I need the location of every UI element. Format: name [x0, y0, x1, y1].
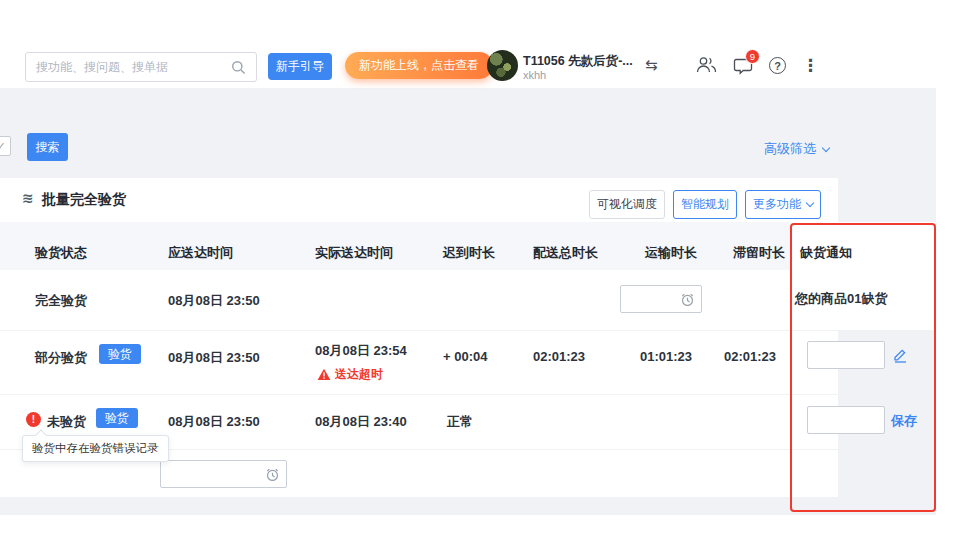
row2-stock-notice-input[interactable]: [807, 341, 885, 369]
app-window: 搜功能、搜问题、搜单据 新手引导 新功能上线，点击查看 T11056 先款后货-…: [0, 0, 955, 555]
row3-late: 正常: [447, 413, 473, 431]
more-functions-button[interactable]: 更多功能: [745, 190, 821, 219]
column-header-transport: 运输时长: [645, 244, 697, 262]
chevron-down-icon: [806, 199, 814, 207]
search-icon[interactable]: [231, 60, 246, 75]
page-title: 批量完全验货: [42, 191, 126, 209]
row-divider: [0, 394, 838, 395]
row2-overtime-flag: 送达超时: [317, 366, 383, 383]
row1-status: 完全验货: [35, 292, 87, 310]
row3-expected: 08月08日 23:50: [168, 413, 260, 431]
row3-actual: 08月08日 23:40: [315, 413, 407, 431]
column-header-status: 验货状态: [35, 244, 87, 262]
row1-transport-time-input[interactable]: [620, 285, 702, 313]
newbie-guide-button[interactable]: 新手引导: [268, 53, 332, 80]
column-header-stock: 缺货通知: [800, 244, 852, 262]
account-subname: xkhh: [523, 69, 546, 81]
inspection-error-tooltip: 验货中存在验货错误记录: [22, 435, 169, 462]
column-header-actual: 实际送达时间: [315, 244, 393, 262]
warning-triangle-icon: [317, 368, 331, 381]
column-header-stay: 滞留时长: [733, 244, 785, 262]
row2-inspect-button[interactable]: 验货: [99, 344, 141, 364]
save-link[interactable]: 保存: [891, 412, 917, 430]
kebab-menu-icon[interactable]: ⋮: [802, 55, 819, 76]
search-button[interactable]: 搜索: [27, 133, 68, 161]
row1-stock-note: 您的商品01缺货: [795, 290, 887, 308]
help-icon[interactable]: ?: [769, 57, 786, 74]
row2-total: 02:01:23: [533, 349, 585, 364]
advanced-filter-toggle[interactable]: 高级筛选: [764, 140, 829, 158]
row2-overtime-label: 送达超时: [335, 366, 383, 383]
column-header-late: 迟到时长: [443, 244, 495, 262]
row2-late: + 00:04: [443, 349, 487, 364]
row2-expected: 08月08日 23:50: [168, 349, 260, 367]
row3-status: 未验货: [47, 413, 86, 431]
row4-expected-time-input[interactable]: [160, 460, 287, 488]
more-functions-label: 更多功能: [753, 196, 801, 213]
advanced-filter-label: 高级筛选: [764, 140, 816, 158]
row2-transport: 01:01:23: [640, 349, 692, 364]
contacts-icon[interactable]: [696, 56, 717, 74]
new-feature-banner-button[interactable]: 新功能上线，点击查看: [345, 52, 493, 79]
timer-icon[interactable]: [265, 467, 280, 482]
tooltip-text: 验货中存在验货错误记录: [32, 441, 159, 456]
smart-plan-button[interactable]: 智能规划: [673, 190, 737, 219]
column-header-expected: 应送达时间: [168, 244, 233, 262]
switch-account-icon[interactable]: ⇆: [645, 56, 658, 74]
message-count-badge: 9: [745, 49, 760, 64]
row-divider: [0, 330, 838, 331]
select-all-checkbox[interactable]: ✓: [0, 136, 11, 156]
row3-stock-notice-input[interactable]: [807, 406, 885, 434]
row2-actual: 08月08日 23:54: [315, 342, 407, 360]
search-placeholder: 搜功能、搜问题、搜单据: [36, 59, 168, 76]
timer-icon[interactable]: [680, 292, 695, 307]
row2-status: 部分验货: [35, 349, 87, 367]
stock-column-background: [790, 222, 936, 330]
global-search-input[interactable]: 搜功能、搜问题、搜单据: [25, 52, 257, 82]
visual-dispatch-button[interactable]: 可视化调度: [589, 190, 665, 219]
row2-stay: 02:01:23: [724, 349, 776, 364]
avatar[interactable]: [487, 50, 518, 81]
row3-inspect-button[interactable]: 验货: [96, 408, 138, 428]
account-name[interactable]: T11056 先款后货-...: [523, 53, 633, 70]
error-alert-icon: !: [26, 412, 41, 427]
row1-expected: 08月08日 23:50: [168, 292, 260, 310]
chevron-down-icon: [822, 143, 830, 151]
column-header-total: 配送总时长: [533, 244, 598, 262]
batch-icon: ≋: [22, 190, 34, 206]
edit-pencil-icon[interactable]: [892, 347, 908, 363]
